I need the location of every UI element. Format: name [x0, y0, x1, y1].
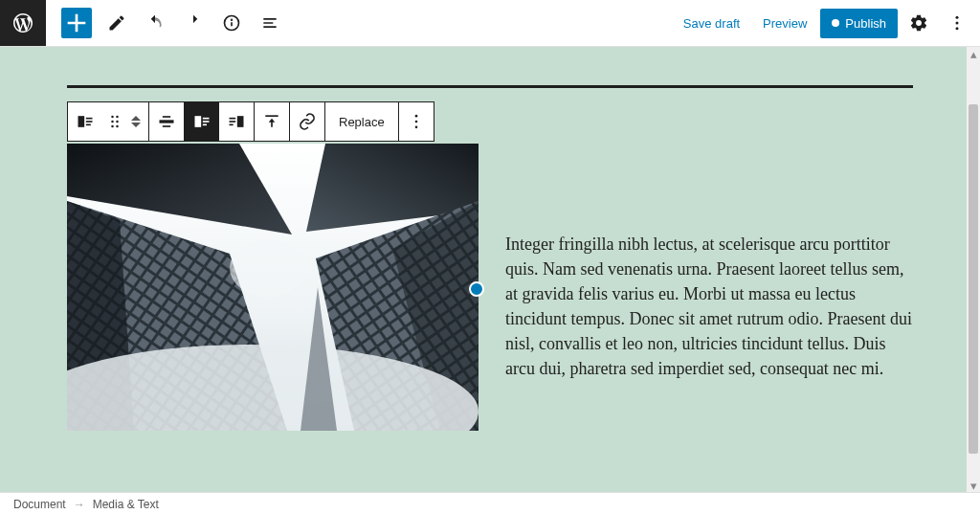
svg-rect-8	[86, 121, 93, 123]
editor-topbar: Save draft Preview Publish	[0, 0, 980, 47]
more-vertical-icon	[407, 112, 426, 131]
svg-rect-26	[230, 124, 234, 126]
svg-point-5	[956, 27, 959, 30]
move-up-button[interactable]	[131, 116, 141, 121]
svg-point-11	[116, 116, 119, 119]
preview-link[interactable]: Preview	[753, 11, 816, 36]
block-breadcrumb: Document → Media & Text	[0, 492, 980, 514]
add-block-button[interactable]	[61, 8, 92, 38]
redo-icon	[184, 13, 203, 33]
breadcrumb-root[interactable]: Document	[13, 498, 66, 511]
scroll-up-button[interactable]: ▴	[967, 47, 980, 60]
redo-button[interactable]	[176, 6, 211, 40]
svg-point-2	[232, 19, 233, 20]
svg-rect-20	[203, 118, 210, 120]
link-icon	[298, 112, 317, 131]
info-icon	[222, 13, 241, 33]
more-menu-button[interactable]	[940, 6, 974, 40]
info-button[interactable]	[214, 6, 249, 40]
media-right-icon	[227, 112, 246, 131]
drag-icon	[105, 112, 124, 131]
edit-mode-button[interactable]	[100, 6, 134, 40]
paragraph-text[interactable]: Integer fringilla nibh lectus, at sceler…	[505, 193, 913, 382]
media-text-block[interactable]: Integer fringilla nibh lectus, at sceler…	[67, 144, 913, 431]
svg-rect-6	[78, 116, 85, 127]
svg-point-14	[111, 125, 114, 128]
gear-icon	[909, 13, 928, 33]
separator-line	[67, 85, 913, 88]
scroll-thumb[interactable]	[969, 104, 978, 454]
svg-point-15	[116, 125, 119, 128]
media-text-icon	[76, 112, 95, 131]
svg-point-30	[414, 126, 417, 129]
svg-rect-23	[237, 116, 244, 127]
wordpress-icon	[11, 11, 34, 34]
resize-handle[interactable]	[469, 281, 484, 297]
svg-point-28	[414, 115, 417, 118]
svg-rect-22	[203, 124, 207, 126]
breadcrumb-current[interactable]: Media & Text	[93, 498, 159, 511]
media-image	[67, 144, 479, 431]
undo-button[interactable]	[138, 6, 172, 40]
svg-point-29	[414, 121, 417, 123]
svg-rect-27	[265, 115, 278, 117]
link-button[interactable]	[290, 102, 324, 141]
editor-canvas: Replace	[0, 47, 980, 492]
svg-rect-18	[163, 125, 170, 127]
change-alignment-button[interactable]	[149, 102, 184, 141]
outline-button[interactable]	[253, 6, 287, 40]
media-right-button[interactable]	[219, 102, 254, 141]
align-wide-icon	[157, 112, 176, 131]
vertical-align-button[interactable]	[255, 102, 289, 141]
block-toolbar: Replace	[67, 101, 434, 142]
svg-rect-21	[203, 121, 210, 123]
publish-button[interactable]: Publish	[820, 9, 898, 38]
media-left-button[interactable]	[185, 102, 219, 141]
topbar-right-actions: Save draft Preview Publish	[674, 6, 980, 40]
plus-icon	[61, 8, 92, 38]
svg-rect-24	[230, 118, 236, 120]
svg-rect-19	[195, 116, 202, 127]
breadcrumb-separator: →	[74, 498, 85, 511]
vertical-scrollbar[interactable]: ▴ ▾	[967, 47, 980, 492]
svg-point-43	[230, 239, 306, 297]
more-vertical-icon	[947, 13, 967, 33]
text-column[interactable]: Integer fringilla nibh lectus, at sceler…	[505, 144, 913, 431]
svg-rect-25	[230, 121, 236, 123]
block-more-options-button[interactable]	[399, 102, 434, 141]
wordpress-logo[interactable]	[0, 0, 46, 46]
media-left-icon	[192, 112, 212, 131]
svg-rect-16	[160, 120, 174, 123]
block-mover	[127, 113, 148, 130]
move-down-button[interactable]	[131, 123, 141, 127]
media-column[interactable]	[67, 144, 479, 431]
svg-rect-7	[86, 118, 93, 120]
svg-point-12	[111, 121, 114, 123]
settings-button[interactable]	[902, 6, 936, 40]
svg-point-4	[956, 22, 959, 25]
svg-point-13	[116, 121, 119, 123]
block-type-icon-button[interactable]	[68, 102, 102, 141]
topbar-left-tools	[46, 0, 289, 46]
svg-rect-9	[86, 124, 91, 126]
svg-rect-17	[163, 116, 170, 118]
svg-point-3	[956, 16, 959, 19]
svg-point-10	[111, 116, 114, 119]
save-draft-link[interactable]: Save draft	[674, 11, 749, 36]
drag-handle[interactable]	[102, 102, 127, 141]
undo-icon	[145, 13, 165, 33]
pencil-icon	[107, 13, 126, 33]
scroll-down-button[interactable]: ▾	[967, 479, 980, 492]
list-view-icon	[260, 13, 279, 33]
vertical-align-top-icon	[262, 112, 281, 131]
replace-media-button[interactable]: Replace	[325, 115, 398, 129]
